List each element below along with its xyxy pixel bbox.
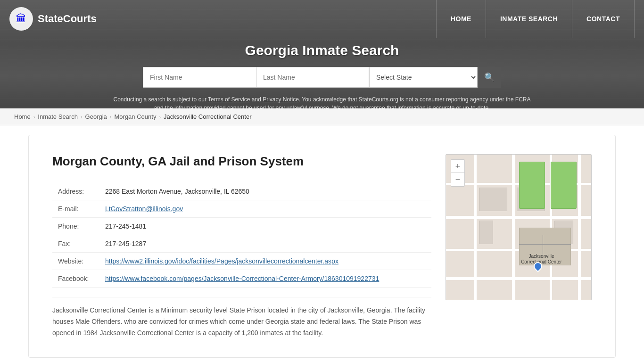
nav-links: HOME INMATE SEARCH CONTACT <box>436 0 635 38</box>
map-road <box>446 216 591 219</box>
breadcrumb-sep-2: › <box>81 114 83 120</box>
map-road <box>512 155 515 300</box>
map-road <box>446 277 591 280</box>
address-label: Address: <box>52 183 99 200</box>
search-bar: Select State Alabama Alaska Arizona Arka… <box>0 67 644 88</box>
page-title: Morgan County, GA Jail and Prison System <box>52 154 431 169</box>
fax-value: 217-245-1287 <box>99 235 431 253</box>
main-container: Morgan County, GA Jail and Prison System… <box>0 125 644 362</box>
map-background <box>446 155 591 300</box>
map-road <box>578 155 581 300</box>
state-select[interactable]: Select State Alabama Alaska Arizona Arka… <box>369 67 478 88</box>
map-road <box>474 155 477 300</box>
table-row: Website: https://www2.illinois.gov/idoc/… <box>52 253 431 270</box>
fax-label: Fax: <box>52 235 99 253</box>
header-content: Georgia Inmate Search Select State Alaba… <box>0 38 644 108</box>
nav-home[interactable]: HOME <box>436 0 486 38</box>
search-button[interactable]: 🔍 <box>478 67 501 88</box>
header: 🏛 StateCourts HOME INMATE SEARCH CONTACT… <box>0 0 644 108</box>
table-row: Fax: 217-245-1287 <box>52 235 431 253</box>
email-value: LtGovStratton@illinois.gov <box>99 200 431 218</box>
last-name-input[interactable] <box>256 67 369 88</box>
email-link[interactable]: LtGovStratton@illinois.gov <box>105 205 183 213</box>
map-container[interactable]: + − JacksonvilleCorrectional Center <box>446 154 592 300</box>
nav-contact[interactable]: CONTACT <box>572 0 635 38</box>
building-line <box>519 244 571 245</box>
map-zoom-controls: + − <box>451 159 465 187</box>
content-left: Morgan County, GA Jail and Prison System… <box>52 154 431 338</box>
nav-bar: 🏛 StateCourts HOME INMATE SEARCH CONTACT <box>0 0 644 38</box>
website-value: https://www2.illinois.gov/idoc/facilitie… <box>99 253 431 270</box>
first-name-input[interactable] <box>143 67 256 88</box>
table-row: E-mail: LtGovStratton@illinois.gov <box>52 200 431 218</box>
header-title: Georgia Inmate Search <box>0 42 644 58</box>
facebook-link[interactable]: https://www.facebook.com/pages/Jacksonvi… <box>105 275 379 282</box>
map-green-block <box>519 162 545 209</box>
breadcrumb-sep-3: › <box>110 114 112 120</box>
facebook-label: Facebook: <box>52 270 99 288</box>
phone-value: 217-245-1481 <box>99 218 431 235</box>
website-label: Website: <box>52 253 99 270</box>
table-row: Address: 2268 East Morton Avenue, Jackso… <box>52 183 431 200</box>
breadcrumb-sep-1: › <box>33 114 35 120</box>
search-icon: 🔍 <box>484 72 495 82</box>
breadcrumb-state[interactable]: Georgia <box>85 113 107 120</box>
breadcrumb-county[interactable]: Morgan County <box>115 113 157 120</box>
map-marker <box>533 262 543 274</box>
table-row: Phone: 217-245-1481 <box>52 218 431 235</box>
address-value: 2268 East Morton Avenue, Jacksonville, I… <box>99 183 431 200</box>
privacy-link[interactable]: Privacy Notice <box>263 96 299 103</box>
breadcrumb-inmate-search[interactable]: Inmate Search <box>38 113 78 120</box>
content-wrapper: Morgan County, GA Jail and Prison System… <box>28 135 616 358</box>
breadcrumb: Home › Inmate Search › Georgia › Morgan … <box>0 108 644 125</box>
nav-inmate-search[interactable]: INMATE SEARCH <box>486 0 572 38</box>
description-text: Jacksonville Correctional Center is a Mi… <box>52 297 431 338</box>
map-marker-pin <box>532 260 544 272</box>
map-green-block <box>551 162 577 209</box>
logo-link[interactable]: 🏛 StateCourts <box>9 7 97 31</box>
email-label: E-mail: <box>52 200 99 218</box>
table-row: Facebook: https://www.facebook.com/pages… <box>52 270 431 288</box>
breadcrumb-sep-4: › <box>159 114 161 120</box>
content-right: + − JacksonvilleCorrectional Center <box>446 154 592 338</box>
breadcrumb-home[interactable]: Home <box>14 113 31 120</box>
zoom-in-button[interactable]: + <box>451 160 464 173</box>
logo-text: StateCourts <box>38 13 97 25</box>
zoom-out-button[interactable]: − <box>451 173 464 186</box>
breadcrumb-current: Jacksonville Correctional Center <box>164 113 251 120</box>
website-link[interactable]: https://www2.illinois.gov/idoc/facilitie… <box>105 257 339 265</box>
phone-label: Phone: <box>52 218 99 235</box>
info-table: Address: 2268 East Morton Avenue, Jackso… <box>52 183 431 288</box>
map-block <box>479 188 507 211</box>
logo-icon: 🏛 <box>9 7 33 31</box>
map-block <box>479 221 493 244</box>
terms-link[interactable]: Terms of Service <box>208 96 250 103</box>
header-notice: Conducting a search is subject to our Te… <box>110 95 534 108</box>
facebook-value: https://www.facebook.com/pages/Jacksonvi… <box>99 270 431 288</box>
